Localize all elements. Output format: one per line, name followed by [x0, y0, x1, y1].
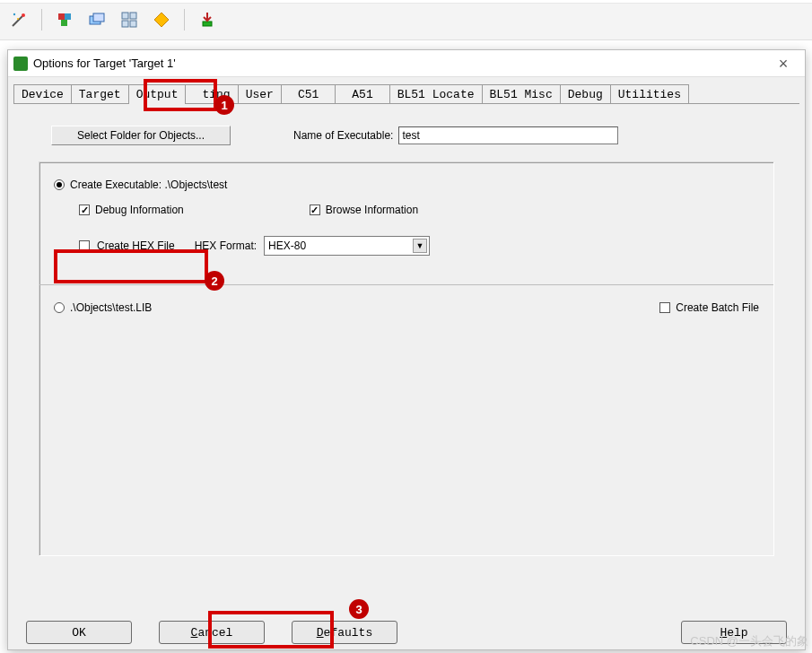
svg-rect-6: [61, 20, 67, 26]
svg-rect-8: [93, 13, 104, 22]
svg-rect-11: [122, 21, 128, 27]
close-icon[interactable]: ×: [765, 50, 801, 77]
create-hex-file-checkbox[interactable]: [79, 240, 90, 251]
cubes-icon[interactable]: [55, 10, 74, 30]
ok-button[interactable]: OK: [26, 621, 132, 644]
titlebar: Options for Target 'Target 1' ×: [8, 50, 805, 77]
create-batch-file-checkbox[interactable]: [659, 302, 670, 313]
debug-information-checkbox[interactable]: [79, 205, 90, 215]
svg-point-3: [17, 18, 19, 20]
tab-strip: Device Target Output ting User C51 A51 B…: [8, 77, 805, 104]
svg-point-2: [13, 13, 15, 15]
app-toolbar: [0, 0, 812, 40]
annotation-badge-1: 1: [214, 95, 234, 115]
svg-marker-13: [154, 13, 169, 27]
tab-user[interactable]: User: [238, 84, 282, 104]
create-library-radio[interactable]: [54, 302, 65, 313]
svg-rect-10: [130, 13, 136, 19]
tab-bl51-misc[interactable]: BL51 Misc: [482, 84, 561, 104]
download-icon[interactable]: [197, 10, 217, 30]
create-executable-radio[interactable]: [54, 179, 65, 190]
browse-information-checkbox[interactable]: [310, 205, 320, 215]
svg-rect-14: [203, 22, 212, 26]
tab-c51[interactable]: C51: [281, 84, 336, 104]
toolbar-separator: [184, 9, 185, 30]
create-library-label: .\Objects\test.LIB: [70, 301, 152, 314]
name-of-executable-label: Name of Executable:: [293, 129, 393, 142]
output-groupbox: Create Executable: .\Objects\test Debug …: [39, 161, 774, 556]
diamond-icon[interactable]: [152, 10, 171, 30]
defaults-button[interactable]: Defaults: [292, 621, 397, 644]
svg-rect-4: [58, 13, 65, 20]
create-batch-file-label: Create Batch File: [676, 301, 759, 314]
executable-name-input[interactable]: [398, 126, 618, 144]
tab-device[interactable]: Device: [13, 84, 72, 104]
svg-rect-12: [130, 21, 136, 27]
options-dialog: Options for Target 'Target 1' × Device T…: [7, 49, 806, 650]
cancel-button[interactable]: Cancel: [159, 621, 265, 644]
hex-format-value: HEX-80: [268, 239, 306, 252]
annotation-badge-3: 3: [349, 599, 369, 619]
svg-line-0: [13, 16, 22, 26]
browse-information-label: Browse Information: [326, 204, 418, 216]
select-folder-button[interactable]: Select Folder for Objects...: [51, 126, 231, 145]
toolbar-separator: [41, 9, 42, 30]
tab-output[interactable]: Output: [128, 84, 187, 104]
svg-point-1: [22, 13, 25, 17]
hex-format-combo[interactable]: HEX-80 ▼: [264, 236, 430, 256]
tab-target[interactable]: Target: [71, 84, 129, 104]
debug-information-label: Debug Information: [95, 204, 184, 216]
app-icon: [13, 57, 28, 71]
watermark: CSDN @一头会飞的象: [690, 633, 808, 649]
tab-bl51-locate[interactable]: BL51 Locate: [389, 84, 483, 104]
dialog-title: Options for Target 'Target 1': [33, 57, 765, 70]
tiles-icon[interactable]: [119, 10, 139, 30]
tab-a51[interactable]: A51: [335, 84, 389, 104]
annotation-badge-2: 2: [205, 271, 224, 291]
tab-debug[interactable]: Debug: [560, 84, 611, 104]
create-executable-label: Create Executable: .\Objects\test: [70, 178, 227, 191]
wand-icon[interactable]: [9, 10, 29, 30]
group-divider: [39, 284, 773, 285]
tab-content: Select Folder for Objects... Name of Exe…: [8, 104, 805, 565]
svg-rect-5: [65, 13, 71, 20]
hex-format-label: HEX Format:: [195, 239, 257, 252]
layers-icon[interactable]: [87, 10, 107, 30]
dialog-buttonbar: OK Cancel Defaults Help: [8, 621, 805, 644]
tab-utilities[interactable]: Utilities: [610, 84, 689, 104]
svg-rect-9: [122, 13, 128, 19]
create-hex-file-label: Create HEX File: [97, 239, 175, 252]
chevron-down-icon: ▼: [413, 239, 427, 253]
